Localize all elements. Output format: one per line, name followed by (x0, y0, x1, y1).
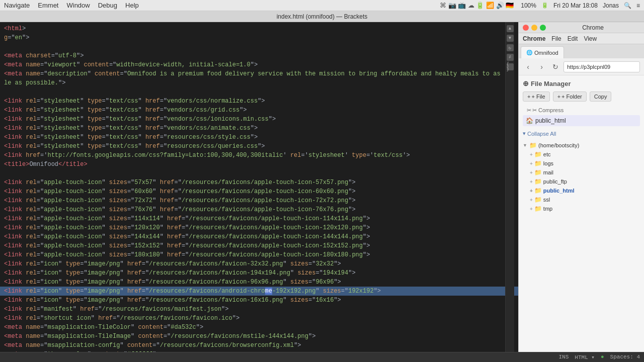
back-button[interactable]: ‹ (523, 61, 533, 72)
code-line: <link href='http://fonts.googleapis.com/… (0, 151, 518, 160)
chrome-menu-item-view[interactable]: View (584, 35, 597, 42)
tree-label: etc (543, 151, 551, 157)
tree-item-public-html[interactable]: + 📁 public_html (523, 186, 640, 195)
folder-icon: 📁 (534, 151, 542, 158)
gutter-icon-download[interactable]: ▼ (507, 35, 514, 42)
chrome-title-bar: Chrome (519, 22, 644, 33)
menu-left: Navigate Emmet Window Debug Help (4, 2, 139, 9)
forward-button[interactable]: › (536, 61, 547, 72)
chrome-menu-item-file[interactable]: File (551, 35, 561, 42)
code-line: <link rel="apple-touch-icon" sizes="72x7… (0, 196, 518, 205)
chrome-tab-favicon: 🌐 (526, 50, 532, 55)
tree-item-tmp[interactable]: + 📁 tmp (523, 204, 640, 213)
plus-icon: + (530, 170, 533, 175)
tree-item-ssl[interactable]: + 📁 ssl (523, 195, 640, 204)
tree-label: (home/bootscity) (538, 142, 579, 148)
plus-icon-folder: + (557, 94, 560, 100)
menu-item-navigate[interactable]: Navigate (4, 2, 30, 9)
minimize-button[interactable] (531, 25, 537, 31)
tree-label: logs (543, 160, 553, 166)
ins-mode: INS (559, 354, 569, 360)
code-line: le as possible."> (0, 78, 518, 87)
plus-icon: + (530, 152, 533, 157)
code-line: <meta name="description" content="Omnifo… (0, 69, 518, 78)
editor-area[interactable]: <html> g="en"> <meta charset="utf-8"> <m… (0, 22, 518, 352)
menu-right: ⌘ 📷 📺 ☁ 🔋 📶 🔊 🇩🇪 100% 🔋 Fri 20 Mar 18:08… (440, 2, 640, 9)
fm-actions: + + File + + Folder Copy (523, 92, 640, 102)
editor-gutter: ▲ ▼ ↻ ≠ { } (505, 22, 514, 352)
refresh-button[interactable]: ↻ (550, 61, 560, 72)
close-button[interactable] (523, 25, 529, 31)
plus-icon: + (530, 188, 533, 194)
chrome-menu-item-edit[interactable]: Edit (568, 35, 578, 42)
plus-icon: + (530, 206, 533, 212)
fm-public-html-breadcrumb[interactable]: 🏠 public_html (523, 115, 640, 126)
linting-dot: ● (601, 354, 604, 360)
chrome-tab-omnifood[interactable]: 🌐 Omnifood (521, 46, 564, 58)
code-line: <html> (0, 24, 518, 33)
code-line: <link rel="icon" type="image/png" href="… (0, 268, 518, 278)
editor-title: index.html (omnifood) — Brackets (277, 13, 368, 20)
code-line: <link rel="manifest" href="/resources/fa… (0, 305, 518, 314)
battery-icon: 🔋 (541, 2, 548, 9)
code-line: <link rel="icon" type="image/png" href="… (0, 278, 518, 287)
tree-item-public-ftp[interactable]: + 📁 public_ftp (523, 177, 640, 186)
add-folder-button[interactable]: + + Folder (553, 92, 587, 102)
chrome-tab-title: Omnifood (534, 50, 558, 56)
menu-item-window[interactable]: Window (66, 2, 90, 9)
menu-item-help[interactable]: Help (125, 2, 139, 9)
gutter-icon-refresh[interactable]: ↻ (507, 44, 514, 51)
tree-item-etc[interactable]: + 📁 etc (523, 150, 640, 159)
url-bar[interactable] (564, 61, 640, 72)
file-manager-icon: ⊕ (523, 79, 529, 87)
code-line: <meta name="msapplication-TileColor" con… (0, 323, 518, 332)
code-line: <link rel="apple-touch-icon" sizes="120x… (0, 223, 518, 232)
code-line: <link rel="apple-touch-icon" sizes="152x… (0, 241, 518, 250)
code-line: <meta charset="utf-8"> (0, 51, 518, 60)
plus-icon: + (530, 161, 533, 166)
tree-item-home[interactable]: ▼ 📁 (home/bootscity) (523, 141, 640, 150)
gutter-icon-diff[interactable]: ≠ (507, 54, 514, 61)
system-icons: ⌘ 📷 📺 ☁ 🔋 📶 🔊 🇩🇪 (440, 2, 514, 9)
code-line-selected: <link rel="icon" type="image/png" href="… (0, 287, 518, 296)
code-line: <link rel="apple-touch-icon" sizes="144x… (0, 232, 518, 241)
add-file-button[interactable]: + + File (523, 92, 550, 102)
folder-icon-active: 📁 (534, 187, 542, 194)
language-mode[interactable]: HTML ▾ (575, 354, 595, 360)
maximize-button[interactable] (540, 25, 546, 31)
collapse-all-button[interactable]: ▾ Collapse All (523, 130, 640, 137)
gutter-icon-upload[interactable]: ▲ (507, 25, 514, 32)
spotlight-icon[interactable]: ≡ (636, 2, 640, 9)
code-content[interactable]: <html> g="en"> <meta charset="utf-8"> <m… (0, 22, 518, 352)
chrome-tab-bar: 🌐 Omnifood (519, 44, 644, 58)
plus-icon: + (530, 197, 533, 203)
file-manager-title: File Manager (531, 80, 571, 87)
user-name: Jonas (603, 2, 619, 9)
menu-item-emmet[interactable]: Emmet (38, 2, 58, 9)
gutter-icon-brackets[interactable]: { } (507, 63, 514, 70)
tree-item-mail[interactable]: + 📁 mail (523, 168, 640, 177)
status-bar: INS HTML ▾ ● Spaces: 4 (0, 352, 644, 362)
traffic-lights (523, 25, 546, 31)
code-line: <link rel="stylesheet" type="text/css" h… (0, 106, 518, 115)
folder-icon: 📁 (534, 169, 542, 176)
tree-label-active: public_html (543, 188, 575, 194)
folder-icon: 📁 (534, 178, 542, 185)
menu-item-debug[interactable]: Debug (98, 2, 117, 9)
code-line: <link rel="shortcut icon" href="/resourc… (0, 314, 518, 323)
tree-label: mail (543, 169, 553, 175)
copy-button[interactable]: Copy (590, 92, 612, 102)
compress-icon: ✂ (527, 107, 531, 114)
code-line (0, 169, 518, 178)
chrome-menu-item-chrome[interactable]: Chrome (523, 35, 545, 42)
search-icon[interactable]: 🔍 (624, 2, 631, 9)
tree-item-logs[interactable]: + 📁 logs (523, 159, 640, 168)
file-manager-header: ⊕ File Manager (523, 79, 640, 87)
compress-button[interactable]: ✂ ✂ Compress (523, 106, 640, 115)
expand-icon: ▼ (523, 143, 528, 148)
home-icon: 🏠 (526, 117, 533, 124)
chrome-panel: Chrome Chrome File Edit View 🌐 Omnifood … (518, 22, 644, 352)
code-line: <link rel="stylesheet" type="text/css" h… (0, 124, 518, 133)
spaces-indicator[interactable]: Spaces: 4 (610, 354, 640, 360)
code-line: <meta name="viewport" content="width=dev… (0, 60, 518, 69)
